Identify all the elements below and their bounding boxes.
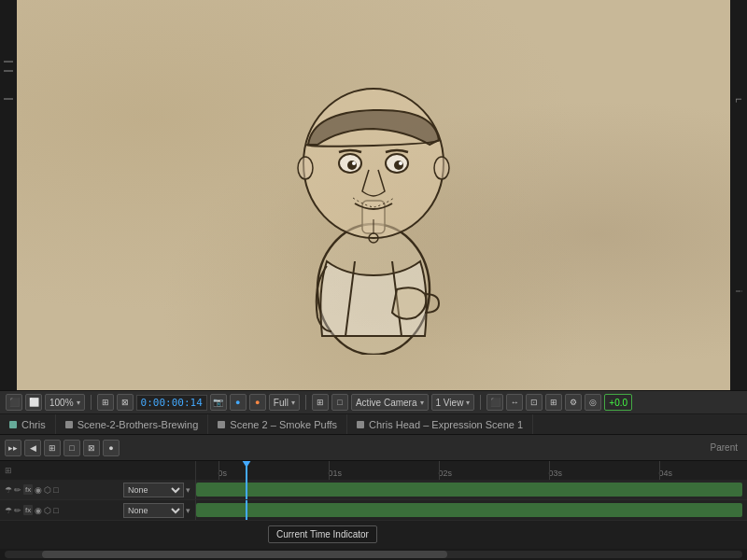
tab-chris[interactable]: Chris [0, 414, 56, 434]
row2-icon2: ✏ [14, 506, 21, 515]
timeline-ruler-row: ⊞ 0s 01s 02s 03s 04s [0, 461, 747, 480]
ruler-mark-3: 03s [549, 469, 563, 478]
row2-icon1: ☂ [5, 506, 12, 515]
parent-label: Parent [711, 442, 738, 453]
row-1-bar [196, 483, 742, 497]
timeline-panel: ▸▸ ◀ ⊞ □ ⊠ ● Parent ⊞ 0s 01s [0, 435, 747, 560]
tick-4 [659, 461, 660, 480]
timeline-ruler[interactable]: 0s 01s 02s 03s 04s [196, 461, 747, 480]
tool-icon7[interactable]: ⚙ [565, 394, 582, 411]
tab-scene2brothers[interactable]: Scene-2-Brothers-Brewing [56, 414, 209, 434]
svg-point-9 [352, 161, 356, 165]
tick-3 [549, 461, 550, 480]
row1-icon4: ◉ [35, 485, 42, 495]
svg-point-11 [298, 157, 313, 179]
cti-tooltip: Current Time Indicator [268, 525, 377, 543]
row2-icon6: □ [53, 506, 58, 515]
tab-dot-smoke [218, 421, 225, 428]
svg-point-7 [347, 161, 357, 170]
ruler-mark-2: 02s [439, 469, 453, 478]
row2-dropdown[interactable]: None [123, 503, 184, 518]
svg-point-8 [394, 161, 403, 170]
tooltip-area: Current Time Indicator [0, 521, 747, 549]
tl-btn4[interactable]: □ [63, 440, 80, 456]
svg-point-12 [434, 157, 449, 179]
track-label-header: ⊞ [0, 461, 196, 480]
timeline-tracks: ☂ ✏ fx ◉ ⬡ □ None ▾ [0, 480, 747, 549]
row1-dropdown[interactable]: None [123, 483, 184, 497]
left-icon-2 [4, 70, 13, 72]
timeline-controls: ▸▸ ◀ ⊞ □ ⊠ ● Parent [0, 435, 747, 461]
row-2-label: ☂ ✏ fx ◉ ⬡ □ None ▾ [0, 500, 196, 520]
tl-btn3[interactable]: ⊞ [44, 440, 61, 456]
timeline-scrollbar[interactable] [0, 549, 747, 560]
tool-icon1[interactable]: ⊞ [312, 394, 329, 411]
tl-btn1[interactable]: ▸▸ [5, 440, 21, 456]
row2-icon3[interactable]: fx [23, 505, 33, 515]
tool-icon3[interactable]: ⬛ [486, 394, 503, 411]
ruler-mark-0: 0s [218, 469, 228, 478]
row2-icon4: ◉ [35, 506, 42, 515]
tool-icon4[interactable]: ↔ [506, 394, 523, 411]
tl-btn5[interactable]: ⊠ [83, 440, 100, 456]
toolbar-snapshot-btn[interactable]: ⬛ [6, 394, 22, 411]
left-panel-strip [0, 0, 17, 390]
row-1-content [196, 480, 747, 499]
row-2-bar [196, 503, 742, 517]
tool-icon8[interactable]: ◎ [585, 394, 601, 411]
tool-icon6[interactable]: ⊞ [545, 394, 562, 411]
color-icon[interactable]: ● [230, 394, 247, 411]
cti-overlay-2 [246, 500, 247, 520]
camera-icon[interactable]: 📷 [210, 394, 227, 411]
cti-overlay-1 [246, 480, 247, 499]
tl-btn6[interactable]: ● [103, 440, 120, 456]
scroll-track[interactable] [5, 551, 742, 558]
active-camera-dropdown[interactable]: Active Camera ▾ [351, 394, 429, 411]
tab-dot-chris [9, 421, 17, 428]
row1-icon1: ☂ [5, 485, 12, 495]
divider-2 [305, 395, 306, 410]
tab-dot-head [357, 421, 364, 428]
quality-dropdown[interactable]: Full ▾ [269, 394, 300, 411]
ruler-mark-1: 01s [329, 469, 343, 478]
ruler-mark-4: 04s [659, 469, 673, 478]
toolbar-render-btn[interactable]: ⬜ [25, 394, 42, 411]
tab-dot-scene2 [65, 421, 73, 428]
svg-point-10 [399, 161, 402, 165]
color-icon2[interactable]: ● [249, 394, 266, 411]
value-display: +0.0 [604, 394, 632, 411]
right-panel-strip: L i [730, 0, 747, 390]
divider-1 [91, 395, 92, 410]
viewport: L i [0, 0, 747, 390]
cti-head [242, 461, 251, 468]
toolbar: ⬛ ⬜ 100% ▾ ⊞ ⊠ 0:00:00:14 📷 ● ● Full ▾ ⊞… [0, 390, 747, 414]
tab-chrishead[interactable]: Chris Head – Expression Scene 1 [347, 414, 533, 434]
overlay-icon[interactable]: ⊠ [117, 394, 134, 411]
row-2-content [196, 500, 747, 520]
scroll-thumb[interactable] [42, 551, 448, 558]
tool-icon2[interactable]: □ [331, 394, 348, 411]
left-icon-1 [4, 61, 13, 63]
timeline-row-2: ☂ ✏ fx ◉ ⬡ □ None ▾ [0, 500, 747, 521]
timeline-row-1: ☂ ✏ fx ◉ ⬡ □ None ▾ [0, 480, 747, 500]
tool-icon5[interactable]: ⊡ [526, 394, 543, 411]
row1-icon6: □ [53, 485, 58, 495]
row1-icon2: ✏ [14, 485, 21, 495]
zoom-dropdown[interactable]: 100% ▾ [45, 394, 85, 411]
row-1-label: ☂ ✏ fx ◉ ⬡ □ None ▾ [0, 480, 196, 499]
resolution-icon[interactable]: ⊞ [97, 394, 114, 411]
character-svg [252, 19, 495, 355]
right-label: L [734, 98, 743, 103]
row1-icon3[interactable]: fx [23, 484, 33, 495]
left-icon-3 [4, 98, 13, 100]
tick-2 [439, 461, 440, 480]
right-label2: i [734, 290, 743, 292]
divider-3 [480, 395, 481, 410]
timecode-display[interactable]: 0:00:00:14 [136, 395, 207, 411]
tab-smokepuffs[interactable]: Scene 2 – Smoke Puffs [208, 414, 347, 434]
tl-btn2[interactable]: ◀ [24, 440, 41, 456]
view-dropdown[interactable]: 1 View ▾ [431, 394, 475, 411]
composition-tabs: Chris Scene-2-Brothers-Brewing Scene 2 –… [0, 414, 747, 435]
row2-icon5: ⬡ [44, 506, 51, 515]
tick-1 [329, 461, 330, 480]
